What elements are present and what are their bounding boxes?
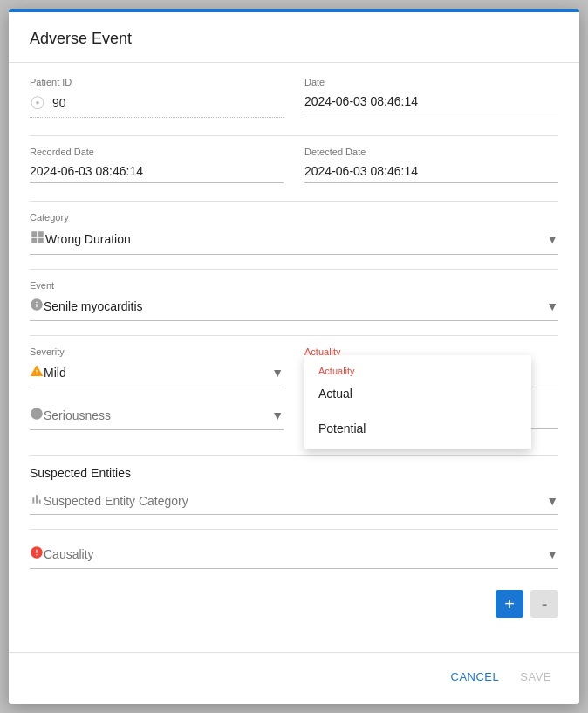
seriousness-wrapper: Seriousness ▼ [30,401,284,430]
patient-id-field: Patient ID ☉ 90 [30,77,284,125]
seriousness-dropdown[interactable]: Seriousness ▼ [30,401,284,430]
actuality-wrapper: Actuality Actuality Actuality Actual Pot… [304,346,558,387]
save-button[interactable]: SAVE [513,663,558,690]
causality-wrapper: Causality ▼ [30,540,558,569]
date-field: Date 2024-06-03 08:46:14 [304,77,558,125]
severity-dropdown[interactable]: Mild ▼ [30,359,284,387]
add-remove-row: + - [30,590,558,625]
suspected-entity-category-wrapper: Suspected Entity Category ▼ [30,487,558,515]
event-icon [30,298,44,315]
patient-id-value-row: ☉ 90 [30,89,284,118]
date-value-row: 2024-06-03 08:46:14 [304,89,558,113]
causality-chevron-icon: ▼ [546,547,558,561]
event-wrapper: Event Senile myocarditis ▼ [30,280,558,321]
chart-icon [30,492,44,509]
divider-1 [30,135,558,136]
dialog-title: Adverse Event [9,12,579,63]
detected-date-value-row: 2024-06-03 08:46:14 [304,159,558,183]
event-dropdown[interactable]: Senile myocarditis ▼ [30,292,558,321]
suspected-entities-header: Suspected Entities [30,466,558,480]
person-icon: ☉ [30,93,45,113]
divider-5 [30,455,558,456]
patient-date-row: Patient ID ☉ 90 Date 2024-06-03 08:46:14 [30,77,558,125]
event-value: Senile myocarditis [44,299,546,313]
recorded-date-value-row: 2024-06-03 08:46:14 [30,159,284,183]
category-label: Category [30,212,558,223]
dialog-actions: CANCEL SAVE [9,652,579,704]
warning-icon [30,364,44,381]
actuality-option-potential[interactable]: Potential [304,411,531,446]
causality-dropdown[interactable]: Causality ▼ [30,540,558,569]
causality-placeholder: Causality [44,547,546,561]
severity-value: Mild [44,366,271,380]
severity-label: Severity [30,346,284,357]
event-label: Event [30,280,558,291]
suspected-entity-category-dropdown[interactable]: Suspected Entity Category ▼ [30,487,558,515]
divider-2 [30,201,558,202]
seriousness-clock-icon [30,407,44,424]
detected-date-label: Detected Date [304,147,558,157]
actuality-popup: Actuality Actual Potential [304,355,531,449]
divider-6 [30,529,558,530]
actuality-option-actual[interactable]: Actual [304,376,531,411]
seriousness-placeholder: Seriousness [44,408,271,422]
category-dropdown[interactable]: Wrong Duration ▼ [30,224,558,255]
patient-id-label: Patient ID [30,77,284,87]
category-icon [30,230,45,249]
seriousness-chevron-icon: ▼ [271,408,284,422]
divider-3 [30,269,558,270]
category-chevron-icon: ▼ [546,232,558,246]
date-value: 2024-06-03 08:46:14 [304,94,418,108]
adverse-event-dialog: Adverse Event Patient ID ☉ 90 Date 2024-… [9,9,579,704]
recorded-date-label: Recorded Date [30,147,284,157]
suspected-entity-category-placeholder: Suspected Entity Category [44,494,546,508]
severity-actuality-row: Severity Mild ▼ Actuality Actuality [30,346,558,401]
remove-button[interactable]: - [530,590,558,618]
dialog-content: Patient ID ☉ 90 Date 2024-06-03 08:46:14… [9,63,579,652]
add-button[interactable]: + [496,590,523,618]
suspected-entities-section: Suspected Entities Suspected Entity Cate… [30,466,558,569]
recorded-date-value: 2024-06-03 08:46:14 [30,164,143,178]
severity-chevron-icon: ▼ [271,366,284,380]
divider-4 [30,335,558,336]
event-chevron-icon: ▼ [546,299,558,313]
category-wrapper: Category Wrong Duration ▼ [30,212,558,255]
actuality-popup-label: Actuality [304,359,531,376]
category-value: Wrong Duration [45,232,546,246]
recorded-date-field: Recorded Date 2024-06-03 08:46:14 [30,147,284,190]
detected-date-value: 2024-06-03 08:46:14 [304,164,418,178]
cancel-button[interactable]: CANCEL [444,663,507,690]
dates-row: Recorded Date 2024-06-03 08:46:14 Detect… [30,147,558,190]
exclamation-icon [30,545,44,563]
suspected-entity-category-chevron-icon: ▼ [546,494,558,508]
detected-date-field: Detected Date 2024-06-03 08:46:14 [304,147,558,190]
severity-wrapper: Severity Mild ▼ [30,346,284,387]
date-label: Date [304,77,558,87]
patient-id-value: 90 [52,96,66,110]
